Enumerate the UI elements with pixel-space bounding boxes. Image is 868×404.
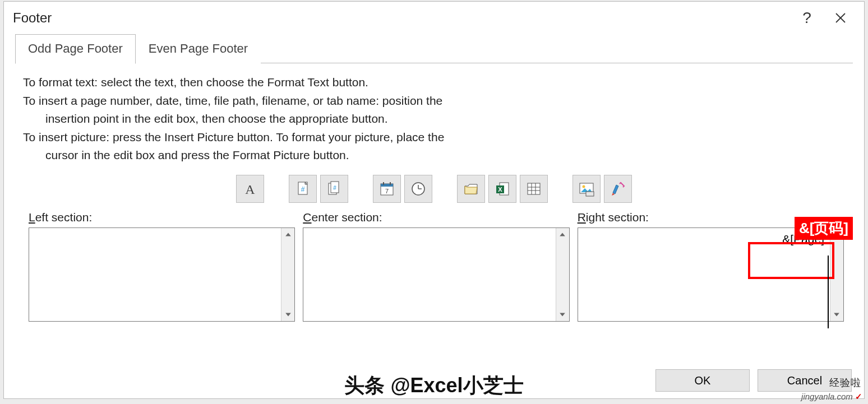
instruction-line: To format text: select the text, then ch… (23, 73, 851, 92)
calendar-icon: 7 (378, 180, 395, 197)
svg-text:X: X (498, 186, 502, 193)
svg-rect-9 (381, 184, 393, 187)
right-section-input[interactable] (578, 228, 830, 321)
footer-toolbar: A # # 7 X (4, 170, 864, 211)
left-section-editbox[interactable] (29, 227, 295, 322)
scroll-up-icon[interactable] (556, 228, 569, 242)
center-section-input[interactable] (303, 228, 555, 321)
format-picture-button[interactable] (604, 175, 632, 203)
insert-time-button[interactable] (404, 175, 432, 203)
sheet-grid-icon (525, 180, 542, 197)
insert-number-of-pages-button[interactable]: # (320, 175, 348, 203)
insert-picture-button[interactable] (572, 175, 601, 203)
dialog-title: Footer (13, 10, 52, 26)
scroll-down-icon[interactable] (556, 308, 569, 321)
help-button[interactable]: ? (790, 4, 824, 31)
insert-sheet-name-button[interactable] (520, 175, 548, 203)
center-section: Center section: (303, 211, 569, 322)
instruction-line: cursor in the edit box and press the For… (23, 146, 851, 165)
tab-strip: Odd Page Footer Even Page Footer (4, 34, 864, 63)
center-section-label: Center section: (303, 211, 569, 224)
close-icon (835, 13, 846, 23)
svg-text:#: # (301, 185, 305, 193)
tab-odd-page-footer[interactable]: Odd Page Footer (15, 34, 136, 64)
insert-page-number-button[interactable]: # (289, 175, 317, 203)
scrollbar[interactable] (556, 228, 569, 321)
left-section: Left section: (29, 211, 295, 322)
right-section-editbox[interactable] (578, 227, 844, 322)
svg-rect-26 (586, 192, 594, 196)
page-number-icon: # (294, 180, 311, 197)
svg-text:A: A (245, 182, 255, 197)
left-section-label: Left section: (29, 211, 295, 224)
watermark-brand: 经验啦 (829, 376, 861, 389)
svg-text:#: # (333, 185, 336, 191)
footer-dialog: Footer ? Odd Page Footer Even Page Foote… (3, 1, 865, 399)
format-picture-icon (610, 180, 626, 197)
instructions-text: To format text: select the text, then ch… (4, 63, 864, 170)
scroll-up-icon[interactable] (281, 228, 294, 242)
instruction-line: To insert a page number, date, time, fil… (23, 92, 851, 110)
letter-a-icon: A (242, 180, 258, 197)
clock-icon (410, 180, 427, 197)
scrollbar[interactable] (281, 228, 294, 321)
insert-date-button[interactable]: 7 (373, 175, 401, 203)
center-section-editbox[interactable] (303, 227, 569, 322)
insert-file-name-button[interactable]: X (488, 175, 516, 203)
instruction-line: To insert picture: press the Insert Pict… (23, 128, 851, 147)
dialog-buttons: OK Cancel (655, 369, 852, 392)
folder-path-icon (463, 180, 479, 197)
annotation-badge: &[页码] (795, 217, 853, 240)
titlebar: Footer ? (4, 2, 864, 34)
instruction-line: insertion point in the edit box, then ch… (23, 110, 851, 128)
insert-file-path-button[interactable] (457, 175, 485, 203)
left-section-input[interactable] (29, 228, 281, 321)
overlay-attribution: 头条 @Excel小芝士 (344, 372, 523, 400)
footer-sections: Left section: Center section: Right sect… (4, 211, 864, 322)
format-text-button[interactable]: A (236, 175, 264, 203)
excel-file-icon: X (494, 180, 511, 197)
pages-count-icon: # (326, 180, 343, 197)
scroll-down-icon[interactable] (281, 308, 294, 321)
svg-rect-19 (528, 183, 540, 194)
watermark-domain: jingyanla.com ✓ (801, 392, 862, 402)
text-cursor (828, 256, 829, 328)
scrollbar[interactable] (830, 228, 843, 321)
close-button[interactable] (824, 4, 857, 31)
picture-icon (578, 180, 595, 197)
tab-even-page-footer[interactable]: Even Page Footer (136, 34, 261, 63)
scroll-down-icon[interactable] (830, 308, 843, 321)
svg-text:7: 7 (385, 188, 389, 194)
svg-point-25 (583, 185, 585, 188)
ok-button[interactable]: OK (655, 369, 750, 392)
